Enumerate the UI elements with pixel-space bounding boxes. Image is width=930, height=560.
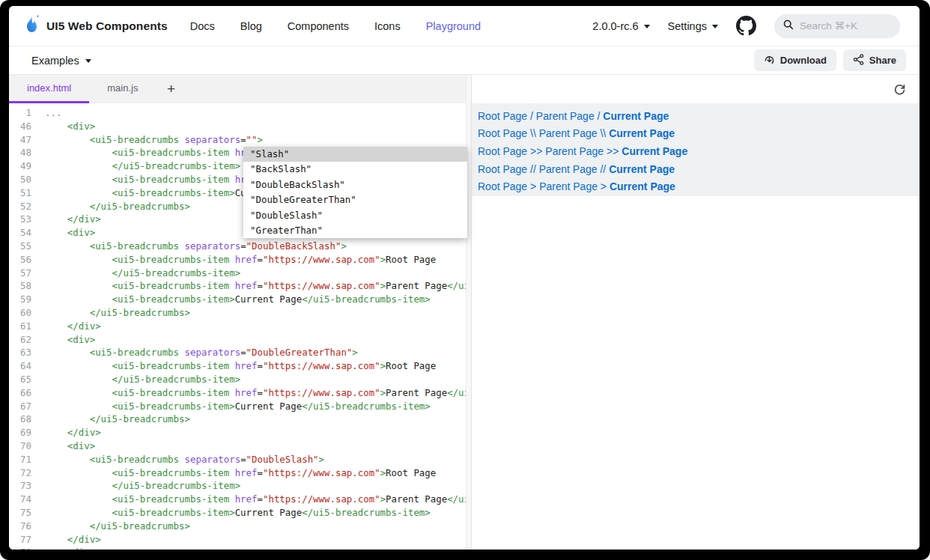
breadcrumb-link[interactable]: Parent Page	[545, 145, 604, 157]
brand-link[interactable]: UI5 Web Components	[24, 15, 168, 37]
line-number: 72	[9, 466, 31, 480]
code-text: </ui5-breadcrumbs>	[45, 306, 190, 320]
main-split: index.htmlmain.js+ 1...46 <div>47 <ui5-b…	[9, 75, 920, 550]
line-number: 50	[9, 173, 31, 186]
line-number: 77	[9, 533, 31, 547]
code-line[interactable]: 56 <ui5-breadcrumbs-item href="https://w…	[9, 253, 466, 267]
code-text: <div>	[45, 333, 95, 347]
code-text: </div>	[45, 426, 101, 439]
code-line[interactable]: 59 <ui5-breadcrumbs-item>Current Page</u…	[9, 293, 466, 306]
code-line[interactable]: 60 </ui5-breadcrumbs>	[9, 306, 466, 320]
nav-links: DocsBlogComponentsIconsPlayground	[190, 20, 481, 32]
code-line[interactable]: 66 <ui5-breadcrumbs-item href="https://w…	[9, 386, 466, 400]
code-line[interactable]: 68 </ui5-breadcrumbs>	[9, 413, 466, 426]
autocomplete-option[interactable]: "GreaterThan"	[243, 223, 467, 238]
autocomplete-option[interactable]: "DoubleSlash"	[243, 208, 467, 223]
breadcrumb-separator: /	[527, 110, 536, 122]
breadcrumb-link[interactable]: Parent Page	[536, 110, 595, 122]
code-line[interactable]: 76 </ui5-breadcrumbs>	[9, 520, 466, 533]
code-text: </ui5-breadcrumbs-item>	[45, 267, 240, 280]
code-text: <ui5-breadcrumbs-item>Current Page</ui5-…	[45, 506, 431, 520]
code-line[interactable]: 67 <ui5-breadcrumbs-item>Current Page</u…	[9, 400, 466, 413]
breadcrumb-link[interactable]: Parent Page	[539, 163, 598, 175]
examples-label: Examples	[31, 55, 79, 67]
share-button[interactable]: Share	[843, 49, 906, 71]
nav-link-icons[interactable]: Icons	[374, 20, 401, 32]
code-line[interactable]: 78 <div>	[9, 546, 466, 550]
code-line[interactable]: 61 </div>	[9, 320, 466, 333]
share-icon	[853, 54, 864, 67]
code-text: </ui5-breadcrumbs>	[45, 200, 190, 213]
download-button[interactable]: Download	[754, 49, 836, 71]
breadcrumb-link[interactable]: Root Page	[478, 145, 527, 157]
line-number: 74	[9, 493, 31, 506]
breadcrumb-row: Root Page // Parent Page // Current Page	[478, 160, 920, 178]
code-line[interactable]: 72 <ui5-breadcrumbs-item href="https://w…	[9, 466, 466, 480]
autocomplete-option[interactable]: "DoubleGreaterThan"	[243, 192, 467, 207]
code-text: <div>	[45, 439, 95, 453]
github-icon[interactable]	[736, 16, 756, 36]
breadcrumb-link[interactable]: Parent Page	[539, 180, 598, 192]
refresh-icon[interactable]	[893, 82, 906, 96]
line-number: 48	[9, 146, 31, 159]
line-number: 71	[9, 453, 31, 466]
breadcrumb-link[interactable]: Root Page	[478, 180, 527, 192]
breadcrumb-separator: \\	[527, 127, 539, 139]
search-box[interactable]	[774, 14, 900, 38]
code-line[interactable]: 55 <ui5-breadcrumbs separators="DoubleBa…	[9, 240, 466, 253]
breadcrumb-separator: >>	[527, 145, 545, 157]
code-line[interactable]: 57 </ui5-breadcrumbs-item>	[9, 267, 466, 280]
breadcrumb-separator: >>	[604, 145, 621, 157]
line-number: 60	[9, 306, 31, 320]
code-text: </div>	[45, 213, 101, 226]
code-line[interactable]: 70 <div>	[9, 439, 466, 453]
code-line[interactable]: 58 <ui5-breadcrumbs-item href="https://w…	[9, 279, 466, 293]
autocomplete-option[interactable]: "Slash"	[243, 147, 467, 162]
breadcrumb-link[interactable]: Parent Page	[539, 127, 598, 139]
nav-link-docs[interactable]: Docs	[190, 20, 215, 32]
tab-main-js[interactable]: main.js	[89, 75, 156, 103]
code-line[interactable]: 46 <div>	[9, 120, 466, 133]
code-line[interactable]: 47 <ui5-breadcrumbs separators="">	[9, 133, 466, 147]
breadcrumb-current: Current Page	[603, 110, 669, 122]
line-number: 64	[9, 359, 31, 373]
code-line[interactable]: 69 </div>	[9, 426, 466, 439]
top-navbar: UI5 Web Components DocsBlogComponentsIco…	[9, 6, 920, 46]
code-line[interactable]: 75 <ui5-breadcrumbs-item>Current Page</u…	[9, 506, 466, 520]
nav-link-components[interactable]: Components	[288, 20, 349, 32]
nav-link-playground[interactable]: Playground	[426, 20, 481, 32]
breadcrumb-link[interactable]: Root Page	[478, 163, 527, 175]
code-line[interactable]: 62 <div>	[9, 333, 466, 347]
code-line[interactable]: 1...	[9, 106, 466, 120]
version-dropdown[interactable]: 2.0.0-rc.6	[592, 20, 649, 32]
code-text: </ui5-breadcrumbs>	[45, 520, 190, 533]
breadcrumb-link[interactable]: Root Page	[478, 110, 527, 122]
code-line[interactable]: 71 <ui5-breadcrumbs separators="DoubleSl…	[9, 453, 466, 466]
line-number: 49	[9, 159, 31, 173]
chevron-down-icon	[712, 25, 718, 28]
code-text: <ui5-breadcrumbs-item href="https://www.…	[45, 466, 436, 480]
search-input[interactable]	[800, 20, 890, 31]
line-number: 56	[9, 253, 31, 267]
code-text: <div>	[45, 546, 95, 550]
tab-index-html[interactable]: index.html	[9, 75, 89, 103]
breadcrumb-link[interactable]: Root Page	[478, 127, 527, 139]
code-line[interactable]: 73 </ui5-breadcrumbs-item>	[9, 479, 466, 493]
code-line[interactable]: 65 </ui5-breadcrumbs-item>	[9, 373, 466, 386]
add-tab-button[interactable]: +	[156, 75, 186, 103]
examples-dropdown[interactable]: Examples	[31, 55, 91, 67]
code-text: </ui5-breadcrumbs-item>	[45, 159, 240, 173]
breadcrumb-separator: //	[527, 163, 539, 175]
autocomplete-option[interactable]: "BackSlash"	[243, 162, 467, 177]
autocomplete-option[interactable]: "DoubleBackSlash"	[243, 177, 467, 192]
settings-dropdown[interactable]: Settings	[668, 20, 718, 32]
nav-link-blog[interactable]: Blog	[240, 20, 262, 32]
code-line[interactable]: 77 </div>	[9, 533, 466, 547]
download-icon	[764, 54, 775, 67]
line-number: 73	[9, 479, 31, 493]
line-number: 54	[9, 226, 31, 240]
code-editor-pane: index.htmlmain.js+ 1...46 <div>47 <ui5-b…	[9, 75, 466, 550]
code-line[interactable]: 74 <ui5-breadcrumbs-item href="https://w…	[9, 493, 466, 506]
code-line[interactable]: 64 <ui5-breadcrumbs-item href="https://w…	[9, 359, 466, 373]
code-line[interactable]: 63 <ui5-breadcrumbs separators="DoubleGr…	[9, 346, 466, 359]
